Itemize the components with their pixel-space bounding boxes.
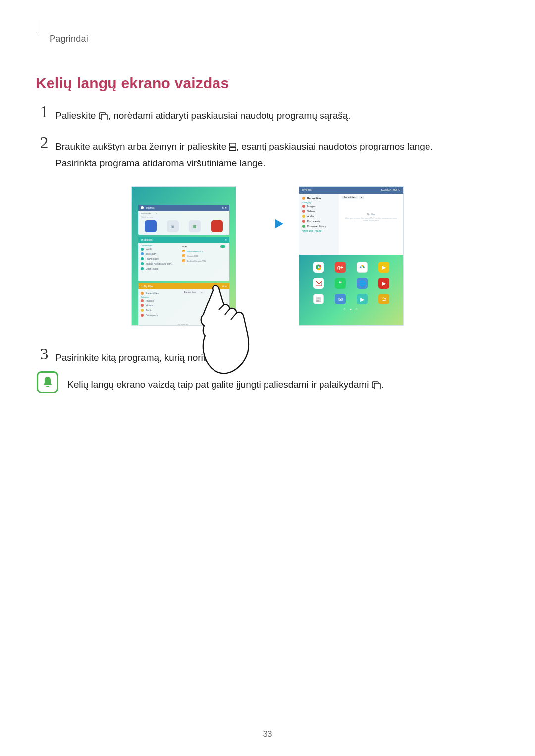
empty-hint: After you receive files using My Files, … xyxy=(342,216,400,223)
svg-marker-12 xyxy=(360,265,362,268)
svg-rect-15 xyxy=(374,383,380,389)
illustration: Internet ⊟ ✕ Bookmarks ‹ › Quick access … xyxy=(36,186,499,326)
tablet-after: My Files SEARCH MORE Recent files Catego… xyxy=(299,186,404,326)
list-item: Wi-Fi xyxy=(146,248,152,251)
svg-rect-3 xyxy=(229,147,235,150)
tip-text: Kelių langų ekrano vaizdą taip pat galit… xyxy=(67,379,372,390)
step-number: 2 xyxy=(36,134,53,151)
split-close-icons: ⊟ ✕ xyxy=(222,206,227,209)
recent-apps-icon xyxy=(99,109,108,117)
tile-icon xyxy=(145,220,157,232)
wifi-icon: 📶 xyxy=(182,250,185,252)
svg-rect-1 xyxy=(101,114,107,120)
list-item: Audio xyxy=(307,215,314,218)
list-item: Data usage xyxy=(146,267,159,270)
close-all-button: CLOSE ALL xyxy=(138,324,229,326)
bell-icon xyxy=(37,371,58,393)
page-number: 33 xyxy=(0,729,535,739)
wifi-icon: 📶 xyxy=(182,259,185,262)
hangouts-icon: ❝ xyxy=(335,278,346,289)
play-music-icon: ▶ xyxy=(378,262,389,273)
list-item: Recent files xyxy=(146,292,159,295)
split-view-icon xyxy=(229,139,236,147)
drive-icon xyxy=(357,262,368,273)
more-label: MORE xyxy=(393,188,400,191)
list-item: Images xyxy=(146,299,154,302)
list-item: Documents xyxy=(307,220,320,223)
panel-title: My Files xyxy=(144,285,153,288)
settings-icon: ⚙ xyxy=(141,238,143,241)
tile-icon xyxy=(211,220,223,232)
news-icon: 📰 xyxy=(313,294,324,304)
tile-icon: ▦ xyxy=(189,220,201,232)
search-label: SEARCH xyxy=(381,188,391,191)
svg-marker-5 xyxy=(275,219,283,228)
list-item: Bluetooth xyxy=(146,252,156,255)
step-text: , norėdami atidaryti paskiausiai naudotų… xyxy=(108,110,351,121)
recent-apps-icon xyxy=(372,378,381,386)
internet-icon xyxy=(141,206,144,209)
list-item: Recent files xyxy=(307,197,321,200)
step-number: 1 xyxy=(36,103,53,120)
chrome-icon xyxy=(313,262,324,273)
maps-icon: 🌐 xyxy=(357,278,368,289)
app-title: My Files xyxy=(302,188,312,192)
list-item: Audio xyxy=(146,309,152,312)
panel-title: Settings xyxy=(143,238,152,241)
step-text: , esantį paskiausiai naudotos programos … xyxy=(236,141,433,151)
list-item: Flight mode xyxy=(146,257,159,260)
bookmarks-label: Bookmarks xyxy=(141,212,151,215)
mail-icon: ✉ xyxy=(335,294,346,304)
split-close-icons: ⊟ ✕ xyxy=(222,285,227,288)
gmail-icon xyxy=(313,278,324,289)
svg-point-8 xyxy=(318,267,319,268)
list-item: Videos xyxy=(146,304,153,307)
tablet-before: Internet ⊟ ✕ Bookmarks ‹ › Quick access … xyxy=(131,186,236,326)
step-2: 2 Braukite aukštyn arba žemyn ir paliesk… xyxy=(36,134,499,172)
step-text: Pasirinkta programa atidaroma viršutinia… xyxy=(55,155,499,172)
svg-marker-11 xyxy=(363,265,365,268)
svg-marker-10 xyxy=(361,265,363,267)
youtube-icon: ▶ xyxy=(378,278,389,289)
step-text: Braukite aukštyn arba žemyn ir palieskit… xyxy=(55,141,229,151)
list-item: Documents xyxy=(146,314,158,317)
page-indicator-icon: ○ ● ○ xyxy=(299,307,403,311)
tip-text: . xyxy=(381,379,384,390)
folder-icon: 🗂 xyxy=(378,294,389,304)
google-plus-icon: g+ xyxy=(335,262,346,273)
tip-note: Kelių langų ekrano vaizdą taip pat galit… xyxy=(37,371,499,393)
arrow-right-icon xyxy=(250,186,285,326)
step-1: 1 Palieskite , norėdami atidaryti paskia… xyxy=(36,103,499,124)
panel-title: Internet xyxy=(146,206,154,209)
play-icon: ▶ xyxy=(357,294,368,304)
page-title: Kelių langų ekrano vaizdas xyxy=(36,75,499,92)
step-text: Pasirinkite kitą programą, kurią norite … xyxy=(55,353,241,363)
list-item: House-0200 xyxy=(187,255,199,257)
add-tab-icon: + xyxy=(199,291,205,294)
tile-icon: ▣ xyxy=(167,220,179,232)
quick-access-label: Quick access xyxy=(141,216,227,218)
step-3: 3 Pasirinkite kitą programą, kurią norit… xyxy=(36,346,499,366)
storage-label: STORAGE USAGE xyxy=(302,230,336,233)
toggle-icon xyxy=(220,245,225,248)
list-item: Mobile hotspot and teth... xyxy=(146,262,173,265)
list-item: AndroidHotspot7289 xyxy=(187,260,206,262)
add-tab-icon: + xyxy=(359,196,365,199)
tab-label: Recent files xyxy=(182,291,198,294)
wifi-icon: 📶 xyxy=(182,254,185,257)
list-item: Images xyxy=(307,205,315,208)
list-item: samsung02500-5... xyxy=(187,250,205,252)
step-text: Palieskite xyxy=(55,110,99,121)
close-icon: ✕ xyxy=(225,238,227,241)
section-header: Pagrindai xyxy=(36,34,499,47)
tab-label: Recent files xyxy=(342,196,358,199)
svg-rect-2 xyxy=(229,143,235,146)
step-number: 3 xyxy=(36,346,53,362)
list-item: Download history xyxy=(307,225,326,228)
list-item: Videos xyxy=(307,210,315,213)
files-icon: 🗂 xyxy=(141,285,143,288)
nav-arrows-icon: ‹ › xyxy=(156,212,158,215)
